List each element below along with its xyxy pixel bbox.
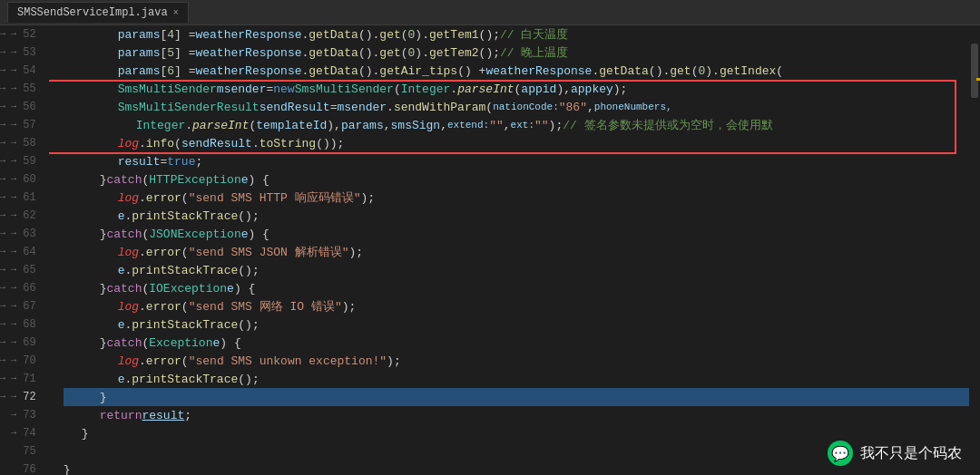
scrollbar-thumb[interactable]: [971, 44, 978, 98]
code-line-64: log.error("send SMS JSON 解析错误");: [64, 243, 969, 261]
code-content: params[4] = weatherResponse.getData().ge…: [49, 25, 969, 475]
gutter-line-64: → → 64: [0, 243, 42, 261]
gutter-line-62: → → 62: [0, 207, 42, 225]
gutter-line-70: → → 70: [0, 352, 42, 370]
code-line-53: params[5] = weatherResponse.getData().ge…: [64, 44, 969, 62]
gutter-line-63: → → 63: [0, 225, 42, 243]
scrollbar-marker-yellow: [976, 78, 980, 81]
gutter-line-75: 75: [0, 442, 42, 460]
gutter-line-53: → → 53: [0, 44, 42, 62]
code-line-66: } catch (IOException e) {: [64, 279, 969, 297]
code-line-61: log.error("send SMS HTTP 响应码错误");: [64, 189, 969, 207]
editor-tab[interactable]: SMSSendServiceImpl.java ×: [7, 2, 189, 23]
code-line-59: result = true;: [64, 152, 969, 170]
gutter-line-76: 76: [0, 460, 42, 475]
editor: → → 52 → → 53 → → 54 → → 55 → → 56 → → 5…: [0, 25, 980, 475]
code-line-67: log.error("send SMS 网络 IO 错误");: [64, 297, 969, 315]
code-line-73: return result;: [64, 406, 969, 424]
tab-close-icon[interactable]: ×: [173, 8, 179, 18]
gutter-line-71: → → 71: [0, 370, 42, 388]
gutter-line-52: → → 52: [0, 25, 42, 44]
watermark: 💬 我不只是个码农: [828, 441, 962, 466]
code-line-62: e.printStackTrace();: [64, 207, 969, 225]
gutter-line-66: → → 66: [0, 279, 42, 297]
gutter-line-55: → → 55: [0, 80, 42, 98]
code-line-71: e.printStackTrace();: [64, 370, 969, 388]
gutter-line-65: → → 65: [0, 261, 42, 279]
gutter-line-60: → → 60: [0, 170, 42, 189]
code-line-68: e.printStackTrace();: [64, 315, 969, 334]
gutter-line-56: → → 56: [0, 98, 42, 116]
code-line-54: params[6] = weatherResponse.getData().ge…: [64, 62, 969, 80]
watermark-text: 我不只是个码农: [860, 444, 962, 463]
code-line-57: Integer.parseInt(templateId), params, sm…: [64, 116, 969, 134]
code-line-74: }: [64, 424, 969, 442]
code-line-56: SmsMultiSenderResult sendResult = msende…: [64, 98, 969, 116]
line-number-gutter: → → 52 → → 53 → → 54 → → 55 → → 56 → → 5…: [0, 25, 49, 475]
code-line-52: params[4] = weatherResponse.getData().ge…: [64, 25, 969, 44]
scrollbar-track[interactable]: [969, 25, 980, 475]
code-line-72: }: [64, 388, 969, 406]
title-bar: SMSSendServiceImpl.java ×: [0, 0, 980, 25]
gutter-line-54: → → 54: [0, 62, 42, 80]
code-line-65: e.printStackTrace();: [64, 261, 969, 279]
gutter-line-73: → 73: [0, 406, 42, 424]
gutter-line-57: → → 57: [0, 116, 42, 134]
gutter-line-68: → → 68: [0, 315, 42, 334]
code-line-70: log.error("send SMS unkown exception!");: [64, 352, 969, 370]
gutter-line-69: → → 69: [0, 334, 42, 352]
code-line-63: } catch (JSONException e) {: [64, 225, 969, 243]
gutter-line-59: → → 59: [0, 152, 42, 170]
tab-filename: SMSSendServiceImpl.java: [17, 6, 168, 19]
code-line-60: } catch (HTTPException e) {: [64, 170, 969, 189]
gutter-line-72: → → 72: [0, 388, 42, 406]
code-line-55: SmsMultiSender msender = new SmsMultiSen…: [64, 80, 969, 98]
gutter-line-67: → → 67: [0, 297, 42, 315]
gutter-line-74: → 74: [0, 424, 42, 442]
code-line-58: log.info(sendResult.toString());: [64, 134, 969, 152]
gutter-line-61: → → 61: [0, 189, 42, 207]
gutter-line-58: → → 58: [0, 134, 42, 152]
code-line-69: } catch (Exception e) {: [64, 334, 969, 352]
wechat-icon: 💬: [828, 441, 853, 466]
